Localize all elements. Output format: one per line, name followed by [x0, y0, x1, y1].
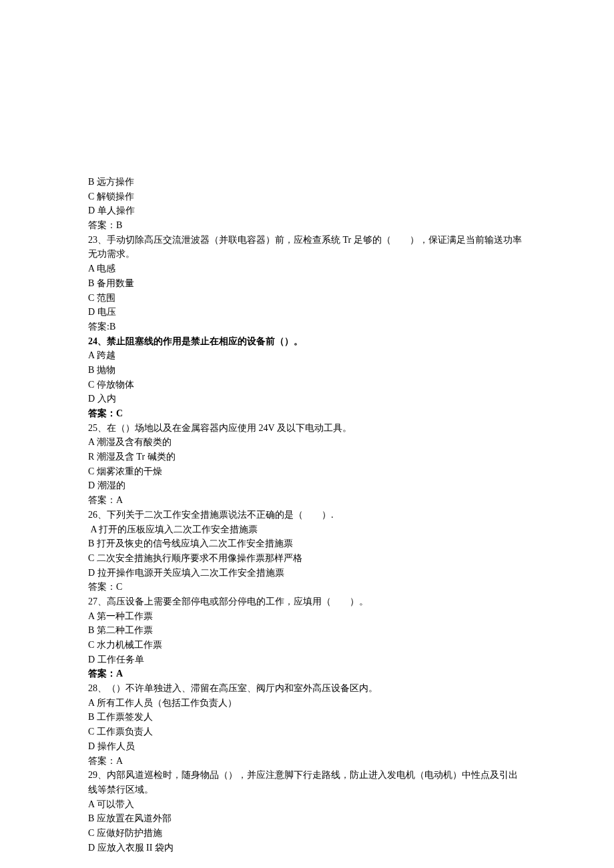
text-line: 28、（）不许单独进入、滞留在高压室、阀厅内和室外高压设备区内。: [88, 681, 526, 696]
text-line: A 可以带入: [88, 797, 526, 812]
text-line: 27、高压设备上需要全部停电或部分停电的工作，应填用（ ）。: [88, 594, 526, 609]
text-line: 29、内部风道巡检时，随身物品（），并应注意脚下行走路线，防止进入发电机（电动机…: [88, 768, 526, 797]
text-line: C 停放物体: [88, 378, 526, 392]
text-line: 答案：C: [88, 406, 526, 421]
text-line: D 入内: [88, 392, 526, 406]
text-line: D 操作人员: [88, 739, 526, 754]
text-line: A 潮湿及含有酸类的: [88, 435, 526, 450]
document-page: B 远方操作C 解锁操作D 单人操作答案：B23、手动切除高压交流泄波器（并联电…: [0, 0, 614, 868]
text-line: B 工作票签发人: [88, 710, 526, 725]
document-body: B 远方操作C 解锁操作D 单人操作答案：B23、手动切除高压交流泄波器（并联电…: [88, 175, 526, 855]
text-line: D 应放入衣服 II 袋内: [88, 841, 526, 855]
text-line: D 工作任务单: [88, 653, 526, 667]
text-line: D 单人操作: [88, 203, 526, 218]
text-line: A 打开的压板应填入二次工作安全措施票: [88, 522, 526, 537]
text-line: B 应放置在风道外部: [88, 811, 526, 826]
text-line: C 应做好防护措施: [88, 826, 526, 841]
text-line: A 第一种工作票: [88, 609, 526, 624]
text-line: D 电压: [88, 305, 526, 320]
text-line: 23、手动切除高压交流泄波器（并联电容器）前，应检查系统 Tr 足够的（ ），保…: [88, 233, 526, 262]
text-line: C 烟雾浓重的干燥: [88, 464, 526, 479]
text-line: 答案：A: [88, 667, 526, 681]
text-line: B 第二种工作票: [88, 623, 526, 638]
text-line: A 所有工作人员（包括工作负责人）: [88, 696, 526, 711]
text-line: B 备用数量: [88, 276, 526, 291]
text-line: 26、下列关于二次工作安全措施票说法不正确的是（ ）.: [88, 508, 526, 522]
text-line: A 跨越: [88, 348, 526, 363]
text-line: 答案：A: [88, 754, 526, 769]
text-line: C 二次安全措施执行顺序要求不用像操作票那样严格: [88, 551, 526, 566]
text-line: C 水力机械工作票: [88, 638, 526, 653]
text-line: B 打开及恢史的信号线应填入二次工作安全措施票: [88, 536, 526, 551]
text-line: C 工作票负责人: [88, 725, 526, 739]
text-line: 25、在（）场地以及在金属容器内应使用 24V 及以下电动工具。: [88, 421, 526, 436]
text-line: D 拉开操作电源开关应填入二次工作安全措施票: [88, 566, 526, 580]
text-line: C 解锁操作: [88, 189, 526, 204]
text-line: B 远方操作: [88, 175, 526, 189]
text-line: A 电感: [88, 262, 526, 276]
text-line: 答案：A: [88, 493, 526, 508]
text-line: 答案:B: [88, 320, 526, 334]
text-line: R 潮湿及含 Tr 碱类的: [88, 450, 526, 464]
text-line: 答案：C: [88, 580, 526, 594]
text-line: 答案：B: [88, 218, 526, 233]
text-line: 24、禁止阻塞线的作用是禁止在相应的设备前（）。: [88, 334, 526, 349]
text-line: B 抛物: [88, 363, 526, 378]
text-line: C 范围: [88, 291, 526, 306]
text-line: D 潮湿的: [88, 478, 526, 493]
